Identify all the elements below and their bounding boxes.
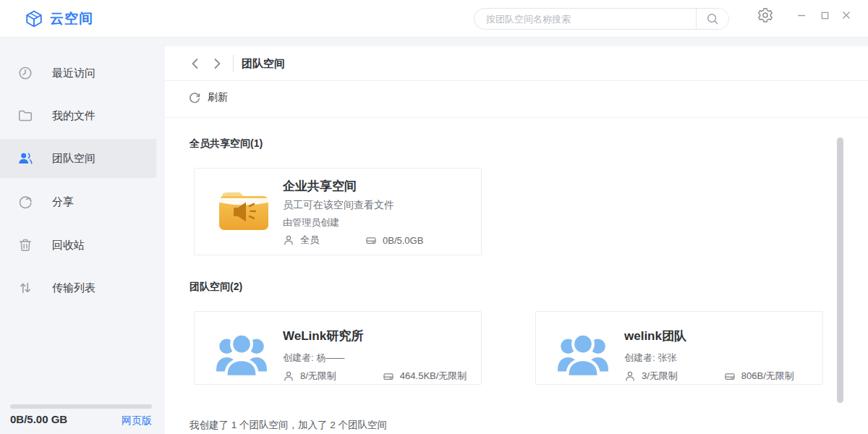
window-close-button[interactable] xyxy=(839,8,854,22)
share-icon xyxy=(17,194,33,210)
space-card-title: WeLink研究所 xyxy=(283,328,363,344)
maximize-icon xyxy=(820,11,830,20)
sidebar-item-label: 传输列表 xyxy=(52,281,95,295)
quota-value: 806B/无限制 xyxy=(741,370,794,383)
content-panel: 团队空间 刷新 全员共享空间(1) xyxy=(165,46,868,434)
window-maximize-button[interactable] xyxy=(817,8,832,22)
space-card-meta: 全员 0B/5.0GB xyxy=(283,234,423,247)
storage-usage-bar xyxy=(10,404,152,409)
section-heading-team-spaces: 团队空间(2) xyxy=(190,281,242,294)
space-card-meta: 8/无限制 464.5KB/无限制 xyxy=(283,370,467,383)
transfer-icon xyxy=(17,280,33,296)
web-version-link[interactable]: 网页版 xyxy=(122,414,152,427)
close-icon xyxy=(841,10,851,20)
sidebar-item-my-files[interactable]: 我的文件 xyxy=(0,96,165,135)
window-minimize-button[interactable] xyxy=(794,8,809,22)
sidebar-item-recent[interactable]: 最近访问 xyxy=(0,54,165,93)
search-button[interactable] xyxy=(697,9,728,29)
team-group-icon xyxy=(215,326,268,383)
space-card-meta: 3/无限制 806B/无限制 xyxy=(624,370,794,383)
sidebar-item-share[interactable]: 分享 xyxy=(0,182,165,221)
page-title: 团队空间 xyxy=(242,57,285,71)
sidebar: 最近访问 我的文件 团队空间 分享 xyxy=(0,38,165,434)
space-card-creator: 创建者: 杨—— xyxy=(283,352,344,365)
sidebar-item-team-space[interactable]: 团队空间 xyxy=(0,139,156,178)
toolbar: 刷新 xyxy=(165,81,868,118)
search-icon xyxy=(706,12,719,25)
space-card-welink-team[interactable]: welink团队 创建者: 张张 3/无限制 806B/无限制 xyxy=(535,311,823,385)
quota-value: 464.5KB/无限制 xyxy=(400,370,467,383)
team-group-icon xyxy=(556,326,610,383)
app-title: 云空间 xyxy=(50,9,93,28)
gear-icon xyxy=(757,7,774,24)
nav-forward-button[interactable] xyxy=(210,56,224,71)
search-box xyxy=(474,8,729,30)
search-input[interactable] xyxy=(475,9,696,29)
members-icon xyxy=(283,234,294,246)
refresh-button[interactable]: 刷新 xyxy=(188,91,228,104)
storage-icon xyxy=(383,370,394,382)
folder-icon xyxy=(17,108,33,124)
content-header: 团队空间 xyxy=(165,46,868,81)
app-logo: 云空间 xyxy=(25,0,93,38)
members-icon xyxy=(283,370,294,382)
storage-usage-text: 0B/5.00 GB xyxy=(10,413,67,425)
space-card-welink-lab[interactable]: WeLink研究所 创建者: 杨—— 8/无限制 464.5KB/无限制 xyxy=(194,311,482,385)
chevron-left-icon xyxy=(188,56,203,71)
sidebar-item-recycle-bin[interactable]: 回收站 xyxy=(0,226,165,265)
sidebar-item-label: 回收站 xyxy=(52,239,85,252)
members-value: 全员 xyxy=(300,234,319,247)
space-card-creator: 由管理员创建 xyxy=(283,216,339,229)
settings-button[interactable] xyxy=(757,7,774,24)
vertical-scrollbar[interactable] xyxy=(837,137,843,403)
storage-icon xyxy=(365,234,377,246)
header-divider xyxy=(233,55,234,72)
space-card-creator: 创建者: 张张 xyxy=(624,352,676,365)
space-card-enterprise[interactable]: 企业共享空间 员工可在该空间查看文件 由管理员创建 全员 0B/5.0GB xyxy=(194,168,482,255)
sidebar-item-label: 最近访问 xyxy=(52,67,95,80)
members-icon xyxy=(624,370,636,382)
minimize-icon xyxy=(796,10,807,20)
storage-icon xyxy=(724,370,736,382)
trash-icon xyxy=(17,237,33,253)
summary-status-text: 我创建了 1 个团队空间，加入了 2 个团队空间 xyxy=(190,419,387,432)
space-card-title: 企业共享空间 xyxy=(283,178,357,195)
cube-logo-icon xyxy=(25,9,43,28)
team-icon xyxy=(17,150,33,166)
main-area: 团队空间 刷新 全员共享空间(1) xyxy=(165,38,868,434)
refresh-label: 刷新 xyxy=(208,91,228,104)
quota-value: 0B/5.0GB xyxy=(383,235,423,246)
members-value: 8/无限制 xyxy=(300,370,336,383)
title-bar: 云空间 xyxy=(0,0,868,38)
clock-icon xyxy=(17,65,33,81)
space-card-description: 员工可在该空间查看文件 xyxy=(283,199,394,212)
space-card-title: welink团队 xyxy=(624,328,686,344)
sidebar-item-label: 团队空间 xyxy=(52,152,95,166)
sidebar-item-label: 分享 xyxy=(52,195,74,209)
chevron-right-icon xyxy=(210,56,224,71)
refresh-icon xyxy=(188,91,201,104)
section-heading-all-shared: 全员共享空间(1) xyxy=(190,137,263,150)
sidebar-item-label: 我的文件 xyxy=(52,109,95,123)
members-value: 3/无限制 xyxy=(642,370,678,383)
announce-folder-icon xyxy=(216,190,271,231)
sidebar-item-transfer-list[interactable]: 传输列表 xyxy=(0,268,165,307)
nav-back-button[interactable] xyxy=(188,56,203,71)
